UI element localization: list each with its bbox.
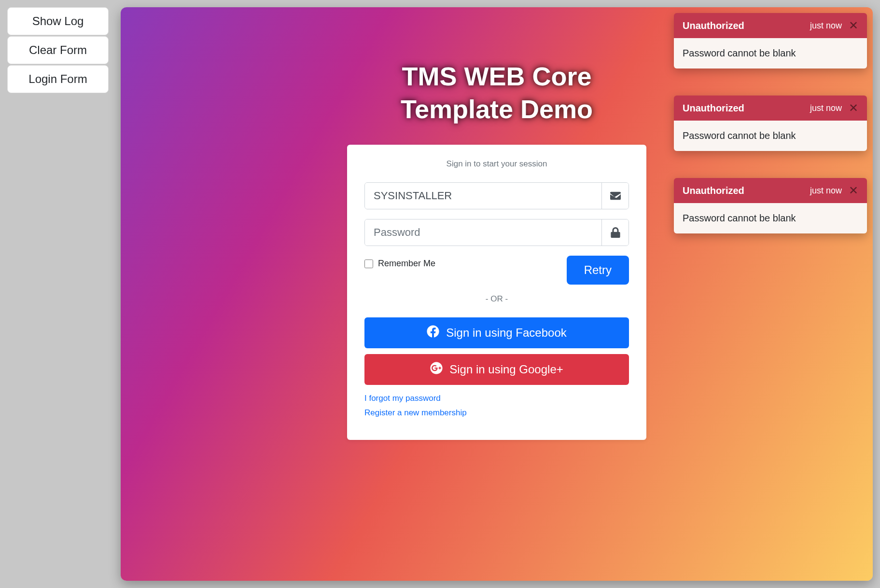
facebook-signin-label: Sign in using Facebook <box>446 326 567 340</box>
remember-row: Remember Me Retry <box>364 256 629 285</box>
login-card: Sign in to start your session Remember M… <box>347 145 646 440</box>
toast-unauthorized: Unauthorized just now ✕ Password cannot … <box>674 96 867 151</box>
register-link[interactable]: Register a new membership <box>364 408 629 418</box>
username-input[interactable] <box>365 183 601 209</box>
facebook-icon <box>427 325 439 341</box>
username-group <box>364 182 629 209</box>
toast-body: Password cannot be blank <box>674 121 867 151</box>
toast-title: Unauthorized <box>683 103 810 114</box>
title-line-1: TMS WEB Core <box>402 62 591 91</box>
toast-container: Unauthorized just now ✕ Password cannot … <box>674 13 867 233</box>
retry-button[interactable]: Retry <box>567 256 629 285</box>
remember-me-label[interactable]: Remember Me <box>364 259 435 269</box>
lock-icon <box>601 219 629 246</box>
google-signin-button[interactable]: Sign in using Google+ <box>364 354 629 385</box>
toast-header: Unauthorized just now ✕ <box>674 96 867 121</box>
show-log-button[interactable]: Show Log <box>7 7 109 35</box>
password-input[interactable] <box>365 219 601 246</box>
toast-timestamp: just now <box>810 21 842 31</box>
signin-prompt: Sign in to start your session <box>364 159 629 169</box>
toast-body: Password cannot be blank <box>674 203 867 233</box>
toast-header: Unauthorized just now ✕ <box>674 178 867 203</box>
close-icon[interactable]: ✕ <box>849 185 858 196</box>
remember-me-checkbox[interactable] <box>364 260 373 268</box>
forgot-password-link[interactable]: I forgot my password <box>364 394 629 403</box>
google-plus-icon <box>430 362 443 377</box>
login-links: I forgot my password Register a new memb… <box>364 394 629 418</box>
title-line-2: Template Demo <box>401 95 593 123</box>
envelope-icon <box>601 183 629 209</box>
or-divider: - OR - <box>364 294 629 304</box>
clear-form-button[interactable]: Clear Form <box>7 36 109 64</box>
google-signin-label: Sign in using Google+ <box>449 363 563 376</box>
login-form-button[interactable]: Login Form <box>7 65 109 93</box>
toast-timestamp: just now <box>810 186 842 196</box>
main-panel: TMS WEB Core Template Demo Sign in to st… <box>121 7 873 581</box>
password-group <box>364 219 629 246</box>
toast-unauthorized: Unauthorized just now ✕ Password cannot … <box>674 13 867 68</box>
toast-body: Password cannot be blank <box>674 38 867 68</box>
toast-title: Unauthorized <box>683 20 810 31</box>
facebook-signin-button[interactable]: Sign in using Facebook <box>364 317 629 348</box>
close-icon[interactable]: ✕ <box>849 102 858 114</box>
toast-header: Unauthorized just now ✕ <box>674 13 867 38</box>
left-sidebar-buttons: Show Log Clear Form Login Form <box>7 7 109 93</box>
remember-me-text: Remember Me <box>378 259 435 269</box>
toast-title: Unauthorized <box>683 185 810 196</box>
toast-timestamp: just now <box>810 103 842 113</box>
close-icon[interactable]: ✕ <box>849 20 858 31</box>
toast-unauthorized: Unauthorized just now ✕ Password cannot … <box>674 178 867 233</box>
